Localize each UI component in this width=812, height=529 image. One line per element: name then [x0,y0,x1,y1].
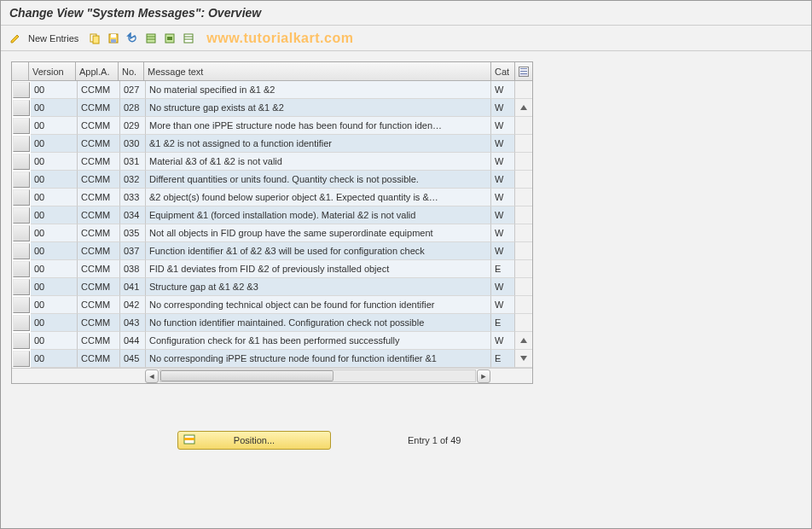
cell-msg[interactable]: Equipment &1 (forced installation mode).… [146,206,491,224]
cell-no[interactable]: 044 [120,332,146,350]
cell-appl[interactable]: CCMM [78,242,120,260]
save-icon[interactable] [106,31,121,46]
select-all-icon[interactable] [143,31,159,46]
cell-appl[interactable]: CCMM [78,332,120,350]
cell-cat[interactable]: W [491,278,515,296]
cell-version[interactable]: 00 [31,99,78,117]
row-selector[interactable] [13,118,30,134]
cell-cat[interactable]: W [491,153,515,171]
cell-version[interactable]: 00 [31,314,78,332]
cell-appl[interactable]: CCMM [78,350,120,368]
cell-appl[interactable]: CCMM [78,135,120,153]
cell-version[interactable]: 00 [31,332,78,350]
row-selector[interactable] [13,207,30,224]
cell-no[interactable]: 031 [120,153,146,171]
scroll-page-up-icon[interactable] [519,336,528,345]
cell-cat[interactable]: W [491,296,515,314]
cell-msg[interactable]: Not all objects in FID group have the sa… [146,224,491,242]
row-selector[interactable] [13,333,30,349]
cell-appl[interactable]: CCMM [78,260,120,278]
row-selector[interactable] [13,136,30,152]
cell-msg[interactable]: No corresponding iPPE structure node fou… [146,350,491,368]
row-selector[interactable] [13,82,30,98]
undo-icon[interactable] [125,31,140,46]
cell-no[interactable]: 038 [120,260,146,278]
cell-msg[interactable]: No function identifier maintained. Confi… [146,314,491,332]
cell-no[interactable]: 030 [120,135,146,153]
hscroll-thumb[interactable] [160,370,334,381]
cell-cat[interactable]: W [491,117,515,135]
cell-no[interactable]: 035 [120,224,146,242]
cell-cat[interactable]: W [491,81,515,99]
cell-appl[interactable]: CCMM [78,296,120,314]
row-selector[interactable] [13,154,30,170]
cell-version[interactable]: 00 [31,278,78,296]
cell-no[interactable]: 027 [120,81,146,99]
row-selector[interactable] [13,243,30,259]
cell-no[interactable]: 033 [120,189,146,206]
cell-msg[interactable]: No corresponding technical object can be… [146,296,491,314]
hscroll-left-button[interactable]: ◄ [145,369,159,383]
cell-appl[interactable]: CCMM [78,278,120,296]
col-header-appl[interactable]: Appl.A. [76,62,119,80]
position-button[interactable]: Position... [177,431,331,450]
cell-cat[interactable]: W [491,99,515,117]
cell-no[interactable]: 037 [120,242,146,260]
scroll-down-icon[interactable] [519,354,528,363]
cell-cat[interactable]: W [491,224,515,242]
cell-version[interactable]: 00 [31,135,78,153]
hscroll-right-button[interactable]: ► [477,369,490,383]
cell-no[interactable]: 043 [120,314,146,332]
select-block-icon[interactable] [162,31,177,46]
cell-appl[interactable]: CCMM [78,153,120,171]
cell-cat[interactable]: E [491,314,515,332]
cell-cat[interactable]: W [491,171,515,189]
cell-version[interactable]: 00 [31,260,78,278]
row-selector[interactable] [13,351,30,367]
cell-no[interactable]: 041 [120,278,146,296]
col-header-select[interactable] [12,62,29,80]
cell-version[interactable]: 00 [31,117,78,135]
row-selector[interactable] [13,189,30,206]
deselect-all-icon[interactable] [181,31,196,46]
row-selector[interactable] [13,297,30,313]
cell-msg[interactable]: &2 object(s) found below superior object… [146,189,491,206]
cell-appl[interactable]: CCMM [78,117,120,135]
new-entries-button[interactable]: New Entries [28,33,78,44]
cell-msg[interactable]: Configuration check for &1 has been perf… [146,332,491,350]
col-header-msg[interactable]: Message text [144,62,491,80]
hscroll-track[interactable] [160,369,476,382]
cell-cat[interactable]: W [491,242,515,260]
cell-cat[interactable]: E [491,260,515,278]
cell-appl[interactable]: CCMM [78,99,120,117]
cell-no[interactable]: 034 [120,206,146,224]
cell-appl[interactable]: CCMM [78,171,120,189]
row-selector[interactable] [13,315,30,331]
scroll-up-icon[interactable] [519,103,528,112]
cell-msg[interactable]: More than one iPPE structure node has be… [146,117,491,135]
cell-no[interactable]: 029 [120,117,146,135]
cell-no[interactable]: 032 [120,171,146,189]
cell-msg[interactable]: Structure gap at &1 &2 &3 [146,278,491,296]
cell-appl[interactable]: CCMM [78,224,120,242]
cell-version[interactable]: 00 [31,296,78,314]
cell-no[interactable]: 045 [120,350,146,368]
col-header-version[interactable]: Version [29,62,76,80]
cell-version[interactable]: 00 [31,242,78,260]
row-selector[interactable] [13,225,30,241]
cell-msg[interactable]: Function identifier &1 of &2 &3 will be … [146,242,491,260]
cell-version[interactable]: 00 [31,189,78,206]
row-selector[interactable] [13,279,30,295]
cell-version[interactable]: 00 [31,153,78,171]
pencil-icon[interactable] [8,31,23,46]
copy-icon[interactable] [87,31,102,46]
row-selector[interactable] [13,171,30,188]
cell-no[interactable]: 042 [120,296,146,314]
cell-msg[interactable]: Material &3 of &1 &2 is not valid [146,153,491,171]
cell-version[interactable]: 00 [31,224,78,242]
cell-cat[interactable]: W [491,206,515,224]
cell-version[interactable]: 00 [31,350,78,368]
cell-version[interactable]: 00 [31,81,78,99]
cell-cat[interactable]: W [491,135,515,153]
cell-appl[interactable]: CCMM [78,189,120,206]
